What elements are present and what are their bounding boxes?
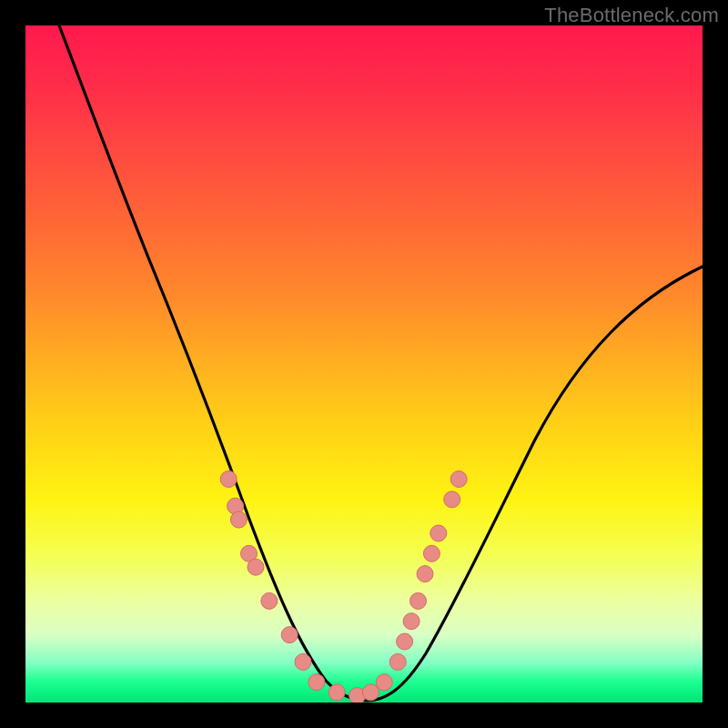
data-marker [329, 684, 345, 701]
data-marker [248, 559, 264, 575]
data-marker [261, 592, 278, 609]
data-marker [376, 674, 392, 691]
watermark-text: TheBottleneck.com [544, 4, 719, 27]
data-marker [403, 613, 420, 630]
data-marker [397, 633, 413, 650]
data-marker [410, 592, 427, 609]
data-marker [423, 545, 440, 561]
plot-area [25, 25, 703, 703]
data-marker [430, 525, 447, 541]
chart-svg [25, 25, 703, 703]
data-marker [295, 653, 311, 670]
data-marker [281, 627, 298, 643]
data-marker [362, 684, 379, 701]
data-marker [308, 674, 325, 691]
chart-frame: TheBottleneck.com [0, 0, 728, 728]
marker-layer [220, 471, 467, 703]
data-marker [417, 566, 433, 582]
data-marker [444, 491, 460, 508]
curve-layer [59, 25, 703, 701]
data-marker [450, 471, 467, 488]
bottleneck-curve [59, 25, 703, 701]
data-marker [220, 471, 237, 488]
data-marker [230, 511, 247, 528]
data-marker [389, 653, 406, 670]
